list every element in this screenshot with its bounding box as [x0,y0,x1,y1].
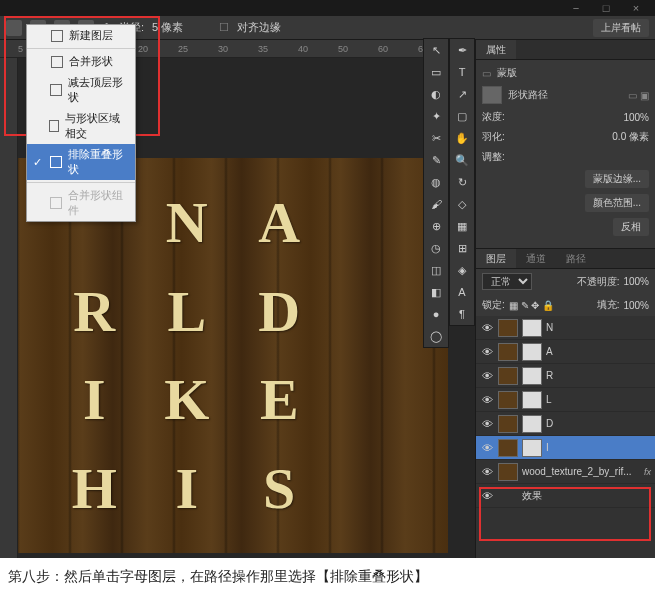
letter: R [48,267,141,356]
letter: I [141,444,234,533]
type-kern-icon[interactable]: A [450,281,474,303]
letter: E [233,356,326,445]
stamp-tool-icon[interactable]: ⊕ [424,215,448,237]
misc2-tool-icon[interactable]: ◈ [450,259,474,281]
opacity-value[interactable]: 100% [623,276,649,287]
dd-merge: 合并形状组件 [27,185,135,221]
eraser-tool-icon[interactable]: ◫ [424,259,448,281]
lasso-tool-icon[interactable]: ◐ [424,83,448,105]
layer-item[interactable]: 👁N [476,316,655,340]
visibility-icon[interactable]: 👁 [480,370,494,382]
letter: A [233,178,326,267]
opacity-label: 不透明度: [577,275,620,289]
letter: H [48,444,141,533]
fill-value[interactable]: 100% [623,300,649,311]
layer-item[interactable]: 👁D [476,412,655,436]
wand-tool-icon[interactable]: ✦ [424,105,448,127]
dd-new-layer[interactable]: 新建图层 [27,25,135,46]
misc-tool-icon[interactable]: ⊞ [450,237,474,259]
properties-tab[interactable]: 属性 [476,40,516,59]
dd-subtract[interactable]: 减去顶层形状 [27,72,135,108]
visibility-icon[interactable]: 👁 [480,466,494,478]
radius-value[interactable]: 5 像素 [152,20,183,35]
visibility-icon[interactable]: 👁 [480,394,494,406]
visibility-icon[interactable]: 👁 [480,418,494,430]
layer-effects[interactable]: 👁效果 [476,484,655,508]
fx-badge[interactable]: fx [644,467,651,477]
mask-label: 形状路径 [508,88,548,102]
dd-exclude[interactable]: ✓排除重叠形状 [27,144,135,180]
layer-item[interactable]: 👁R [476,364,655,388]
ruler-vertical [0,58,18,558]
brush-tool-icon[interactable]: 🖌 [424,193,448,215]
path-operations-dropdown: 新建图层 合并形状 减去顶层形状 与形状区域相交 ✓排除重叠形状 合并形状组件 [26,24,136,222]
invert-button[interactable]: 反相 [613,218,649,236]
zoom-tool-icon[interactable]: 🔍 [450,149,474,171]
color-range-button[interactable]: 颜色范围... [585,194,649,212]
layer-item[interactable]: 👁L [476,388,655,412]
rotate-tool-icon[interactable]: ↻ [450,171,474,193]
letter: L [141,267,234,356]
feather-value[interactable]: 0.0 像素 [612,130,649,144]
dodge-tool-icon[interactable]: ◯ [424,325,448,347]
channels-tab[interactable]: 通道 [516,249,556,268]
tools-panel-left: ↖ ▭ ◐ ✦ ✂ ✎ ◍ 🖌 ⊕ ◷ ◫ ◧ ● ◯ [423,38,449,348]
letter: K [141,356,234,445]
gradient-tool-icon[interactable]: ◧ [424,281,448,303]
shape-tool-icon[interactable] [6,20,22,36]
mask-type-label: 蒙版 [497,66,527,80]
refine-label: 调整: [482,150,512,164]
letter: D [233,267,326,356]
mask-swatch [482,86,502,104]
history-tool-icon[interactable]: ◷ [424,237,448,259]
visibility-icon[interactable]: 👁 [480,322,494,334]
caption-text: 第八步：然后单击字母图层，在路径操作那里选择【排除重叠形状】 [0,558,655,594]
mask-edge-button[interactable]: 蒙版边缘... [585,170,649,188]
hand-tool-icon[interactable]: ✋ [450,127,474,149]
minimize-button[interactable]: − [561,0,591,16]
paragraph-icon[interactable]: ¶ [450,303,474,325]
lock-label: 锁定: [482,298,505,312]
close-button[interactable]: × [621,0,651,16]
crop-tool-icon[interactable]: ✂ [424,127,448,149]
lock-icons[interactable]: ▦ ✎ ✥ 🔒 [509,300,554,311]
eyedropper-tool-icon[interactable]: ✎ [424,149,448,171]
align-edges-label[interactable]: 对齐边缘 [237,20,281,35]
layers-tab[interactable]: 图层 [476,249,516,268]
path-tool-icon[interactable]: ↗ [450,83,474,105]
blend-mode-select[interactable]: 正常 [482,273,532,290]
shape-tool-icon[interactable]: ▢ [450,105,474,127]
feather-label: 羽化: [482,130,512,144]
color-tool-icon[interactable]: ▦ [450,215,474,237]
note-tool-icon[interactable]: ◇ [450,193,474,215]
pen-tool-icon[interactable]: ✒ [450,39,474,61]
move-tool-icon[interactable]: ↖ [424,39,448,61]
type-tool-icon[interactable]: T [450,61,474,83]
letter: I [48,356,141,445]
layer-item[interactable]: 👁A [476,340,655,364]
tools-panel-right: ✒ T ↗ ▢ ✋ 🔍 ↻ ◇ ▦ ⊞ ◈ A ¶ [449,38,475,326]
blur-tool-icon[interactable]: ● [424,303,448,325]
settings-button[interactable]: 上岸看帖 [593,19,649,37]
visibility-icon[interactable]: 👁 [480,346,494,358]
density-label: 浓度: [482,110,512,124]
layer-list: 👁N 👁A 👁R 👁L 👁D 👁I 👁wood_texture_2_by_rif… [476,316,655,558]
dd-intersect[interactable]: 与形状区域相交 [27,108,135,144]
visibility-icon[interactable]: 👁 [480,490,494,502]
paths-tab[interactable]: 路径 [556,249,596,268]
fill-label: 填充: [597,298,620,312]
density-value[interactable]: 100% [623,112,649,123]
letter: S [233,444,326,533]
healing-tool-icon[interactable]: ◍ [424,171,448,193]
letter [326,356,419,445]
letter: N [141,178,234,267]
layer-item-selected[interactable]: 👁I [476,436,655,460]
visibility-icon[interactable]: 👁 [480,442,494,454]
maximize-button[interactable]: □ [591,0,621,16]
letter [326,267,419,356]
letter [326,178,419,267]
layer-item-wood[interactable]: 👁wood_texture_2_by_rif...fx [476,460,655,484]
marquee-tool-icon[interactable]: ▭ [424,61,448,83]
dd-combine[interactable]: 合并形状 [27,51,135,72]
